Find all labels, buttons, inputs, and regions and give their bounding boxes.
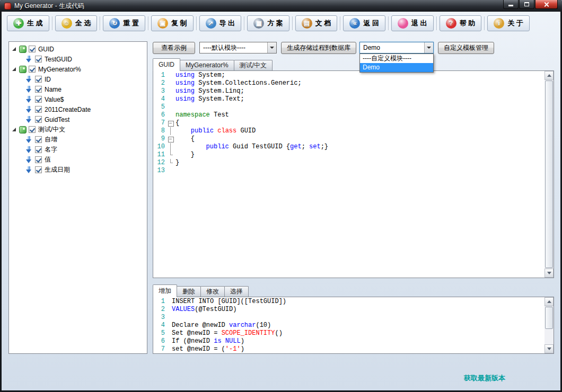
tree-node-10[interactable]: 名字 [9, 145, 147, 155]
sql-tab-3[interactable]: 选择 [224, 286, 249, 297]
scrollbar-track[interactable] [545, 80, 554, 269]
tree-node-4[interactable]: Name [9, 84, 147, 94]
module-combo-dropdown-button[interactable] [267, 42, 276, 53]
code-line: 9 { [153, 135, 545, 143]
code-line: 4using System.Text; [153, 95, 545, 103]
sql-tab-0[interactable]: 增加 [153, 284, 177, 297]
scheme-button[interactable]: ▦方 案 [247, 15, 289, 31]
table-icon [19, 46, 27, 53]
template-combo-dropdown-button[interactable] [424, 42, 433, 53]
scroll-up-icon [547, 74, 551, 77]
tree-expander-icon[interactable] [12, 47, 16, 51]
node-checkbox[interactable] [35, 56, 42, 63]
help-button[interactable]: ?帮 助 [440, 15, 482, 31]
line-number: 2 [153, 79, 167, 87]
csharp-code-area[interactable]: 1using System;2using System.Collections.… [153, 72, 545, 278]
latest-version-link[interactable]: 获取最新版本 [464, 373, 505, 383]
template-manage-button[interactable]: 自定义模板管理 [438, 42, 494, 54]
tree-node-8[interactable]: 测试/中文 [9, 124, 147, 135]
tree-node-11[interactable]: 值 [9, 155, 147, 165]
exit-button[interactable]: 退 出 [391, 15, 434, 31]
scroll-up-icon [547, 300, 551, 303]
sql-tab-1[interactable]: 删除 [177, 286, 201, 297]
scrollbar-thumb[interactable] [545, 307, 553, 329]
fold-marker [167, 322, 170, 329]
fold-marker [167, 103, 174, 111]
database-tree-panel[interactable]: GUIDTestGUIDMyGenerator%IDNameValue$2011… [8, 41, 147, 354]
fold-marker [167, 167, 174, 175]
code-text [174, 103, 175, 111]
scroll-down-button[interactable] [545, 344, 554, 353]
back-button[interactable]: «返 回 [343, 15, 385, 31]
node-checkbox[interactable] [35, 116, 42, 123]
close-button[interactable] [535, 0, 558, 9]
scroll-down-button[interactable] [545, 269, 554, 278]
view-example-button[interactable]: 查看示例 [153, 42, 195, 54]
scroll-up-button[interactable] [545, 297, 554, 306]
dropdown-option-1[interactable]: Demo [360, 63, 433, 72]
tree-node-9[interactable]: 自增 [9, 135, 147, 145]
code-tab-0[interactable]: GUID [153, 58, 180, 71]
code-tab-2[interactable]: 测试/中文 [234, 60, 273, 70]
node-checkbox[interactable] [35, 166, 42, 173]
node-checkbox[interactable] [35, 146, 42, 153]
node-checkbox[interactable] [29, 66, 36, 73]
titlebar[interactable]: My Generator - 生成代码 [0, 0, 562, 12]
line-number: 3 [153, 314, 167, 322]
fold-marker [167, 79, 174, 87]
dropdown-option-0[interactable]: ----自定义模块---- [360, 54, 433, 63]
toolbar-separator [100, 16, 100, 30]
reset-button[interactable]: ↻重 置 [103, 15, 145, 31]
scrollbar-track[interactable] [545, 306, 554, 344]
csharp-editor-scrollbar[interactable] [545, 71, 554, 278]
tree-node-3[interactable]: ID [9, 74, 147, 84]
line-number: 1 [153, 72, 167, 79]
tree-node-2[interactable]: MyGenerator% [9, 64, 147, 74]
tree-node-1[interactable]: TestGUID [9, 54, 147, 64]
tree-node-5[interactable]: Value$ [9, 94, 147, 104]
code-line: 5Set @newID = SCOPE_IDENTITY() [153, 329, 545, 337]
node-checkbox[interactable] [35, 156, 42, 163]
node-checkbox[interactable] [35, 86, 42, 93]
window-body: ✚生 成☺全 选↻重 置▣复 制↗导 出▦方 案▤文 档«返 回退 出?帮 助i… [2, 12, 560, 390]
node-checkbox[interactable] [35, 106, 42, 113]
tree-node-12[interactable]: 生成日期 [9, 165, 147, 175]
clover-icon: ✚ [13, 18, 24, 29]
about-button[interactable]: i关 于 [487, 15, 530, 31]
node-checkbox[interactable] [35, 76, 42, 83]
minimize-button[interactable] [503, 0, 519, 9]
node-checkbox[interactable] [35, 136, 42, 143]
copy-button[interactable]: ▣复 制 [151, 15, 194, 31]
tree-node-7[interactable]: GuidTest [9, 114, 147, 124]
export-button[interactable]: ↗导 出 [199, 15, 242, 31]
tree-node-6[interactable]: 2011CreateDate [9, 104, 147, 114]
document-button[interactable]: ▤文 档 [295, 15, 338, 31]
tree-node-label: Name [45, 86, 62, 93]
tree-expander-icon[interactable] [12, 128, 16, 131]
generate-stored-proc-button[interactable]: 生成存储过程到数据库 [281, 42, 356, 54]
fold-marker [167, 111, 174, 119]
tab-label: GUID [159, 61, 174, 68]
select-all-button[interactable]: ☺全 选 [55, 15, 98, 31]
node-checkbox[interactable] [35, 96, 42, 103]
node-checkbox[interactable] [29, 46, 36, 52]
template-combo[interactable]: Demo ----自定义模块----Demo [359, 42, 434, 54]
scroll-up-button[interactable] [545, 71, 554, 80]
toolbar-separator [244, 16, 244, 30]
column-arrow-icon [25, 146, 33, 154]
tree-expander-icon[interactable] [12, 67, 16, 71]
csharp-code-editor: 1using System;2using System.Collections.… [153, 70, 554, 278]
maximize-button[interactable] [519, 0, 534, 9]
sql-editor-scrollbar[interactable] [545, 297, 554, 353]
sql-code-area[interactable]: 1INSERT INTO [GUID]([TestGUID])2VALUES(@… [153, 298, 545, 353]
node-checkbox[interactable] [29, 126, 36, 133]
code-text: INSERT INTO [GUID]([TestGUID]) [170, 298, 286, 306]
right-panel: 查看示例 ----默认模块---- 生成存储过程到数据库 Demo ----自定… [153, 41, 554, 354]
code-tab-1[interactable]: MyGenerator% [180, 60, 234, 70]
tree-node-0[interactable]: GUID [9, 44, 147, 54]
scrollbar-thumb[interactable] [545, 81, 553, 268]
sql-tab-2[interactable]: 修改 [200, 286, 225, 297]
module-combo[interactable]: ----默认模块---- [199, 42, 277, 54]
sql-code-editor: 1INSERT INTO [GUID]([TestGUID])2VALUES(@… [153, 297, 554, 354]
generate-button[interactable]: ✚生 成 [7, 15, 49, 31]
